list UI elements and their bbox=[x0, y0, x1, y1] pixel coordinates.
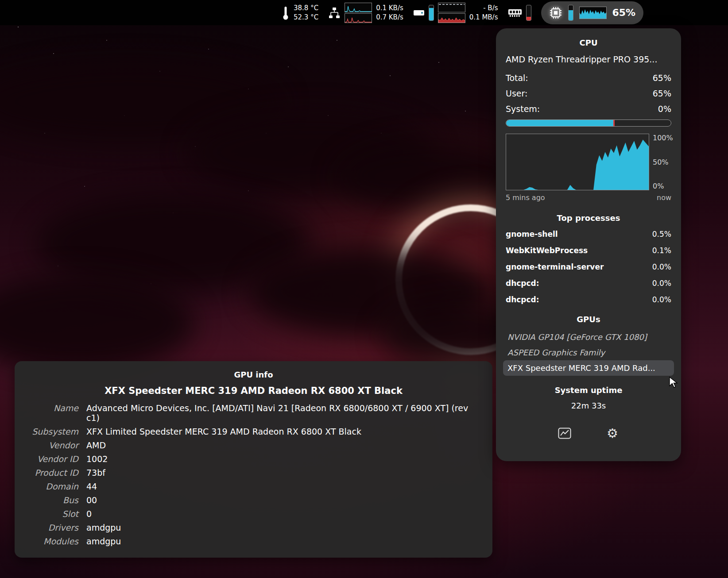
cpu-mini-graph bbox=[579, 7, 607, 19]
cpu-total-row: Total: 65% bbox=[506, 73, 671, 83]
net-down-rate: 0.1 KB/s bbox=[376, 4, 403, 12]
disk-read-graph bbox=[438, 3, 465, 12]
gpu-info-table: Name Advanced Micro Devices, Inc. [AMD/A… bbox=[26, 403, 481, 546]
cpu-model-name: AMD Ryzen Threadripper PRO 395... bbox=[506, 54, 671, 64]
network-icon bbox=[328, 7, 341, 19]
gpu-info-header: GPU info bbox=[26, 370, 481, 379]
process-row: gnome-shell 0.5% bbox=[506, 230, 671, 239]
disk-write-rate: 0.1 MB/s bbox=[469, 13, 498, 22]
disk-read-rate: - B/s bbox=[469, 4, 498, 12]
y-tick-0: 0% bbox=[653, 182, 671, 190]
time-start-label: 5 mins ago bbox=[506, 193, 545, 202]
desktop: 38.8 °C 52.3 °C bbox=[0, 0, 728, 578]
cpu-system-value: 0% bbox=[658, 104, 671, 114]
stars bbox=[18, 27, 19, 27]
cpu-progress-marker bbox=[613, 120, 615, 126]
memory-icon bbox=[508, 8, 522, 18]
panel-actions: ⚙ bbox=[506, 426, 671, 440]
mouse-cursor bbox=[669, 377, 680, 389]
cpu-history-x-axis: 5 mins ago now bbox=[506, 193, 671, 202]
process-name: dhcpcd: bbox=[506, 295, 539, 304]
gpu-list-item-nvidia[interactable]: NVIDIA GP104 [GeForce GTX 1080] bbox=[503, 329, 674, 345]
temp-value-1: 38.8 °C bbox=[294, 4, 318, 12]
temp-value-2: 52.3 °C bbox=[294, 13, 318, 22]
disk-usage-bar bbox=[429, 5, 434, 21]
info-value: 00 bbox=[86, 495, 481, 505]
top-bar: 38.8 °C 52.3 °C bbox=[0, 0, 728, 25]
top-processes-title: Top processes bbox=[506, 213, 671, 223]
uptime-title: System uptime bbox=[506, 385, 671, 395]
process-value: 0.0% bbox=[652, 262, 671, 271]
gpu-list-item-xfx[interactable]: XFX Speedster MERC 319 AMD Rad... bbox=[503, 360, 674, 376]
info-value: XFX Limited Speedster MERC 319 AMD Radeo… bbox=[86, 427, 481, 436]
process-name: dhcpcd: bbox=[506, 279, 539, 288]
process-value: 0.0% bbox=[652, 279, 671, 288]
disk-write-graph bbox=[438, 13, 465, 23]
info-label: Slot bbox=[26, 509, 78, 519]
y-tick-50: 50% bbox=[653, 158, 671, 166]
disk-indicator[interactable]: - B/s 0.1 MB/s bbox=[413, 3, 498, 23]
settings-button[interactable]: ⚙ bbox=[604, 426, 620, 440]
temperature-indicator[interactable]: 38.8 °C 52.3 °C bbox=[282, 4, 318, 22]
info-label: Vendor bbox=[26, 440, 78, 450]
process-row: gnome-terminal-server 0.0% bbox=[506, 262, 671, 271]
info-value: 44 bbox=[86, 482, 481, 491]
info-value: 73bf bbox=[86, 468, 481, 478]
process-name: WebKitWebProcess bbox=[506, 246, 588, 255]
y-tick-100: 100% bbox=[653, 134, 671, 142]
cpu-user-label: User: bbox=[506, 89, 527, 98]
info-value: Advanced Micro Devices, Inc. [AMD/ATI] N… bbox=[86, 403, 481, 423]
monitor-app-button[interactable] bbox=[557, 426, 573, 440]
uptime-value: 22m 33s bbox=[506, 401, 671, 410]
info-label: Subsystem bbox=[26, 427, 78, 436]
process-value: 0.5% bbox=[652, 230, 671, 239]
disk-icon bbox=[413, 7, 425, 19]
network-down-graph bbox=[345, 3, 372, 12]
memory-indicator[interactable] bbox=[508, 5, 531, 21]
gear-icon: ⚙ bbox=[607, 427, 618, 440]
info-label: Drivers bbox=[26, 523, 78, 532]
network-up-graph bbox=[345, 13, 372, 23]
net-up-rate: 0.7 KB/s bbox=[376, 13, 403, 22]
cpu-progress-fill bbox=[506, 120, 613, 126]
info-value: 1002 bbox=[86, 454, 481, 464]
cpu-total-label: Total: bbox=[506, 73, 528, 83]
gpu-info-popup: GPU info XFX Speedster MERC 319 AMD Rade… bbox=[15, 361, 492, 558]
info-value: 0 bbox=[86, 509, 481, 519]
process-name: gnome-terminal-server bbox=[506, 262, 604, 271]
cpu-history-y-axis: 100% 50% 0% bbox=[653, 134, 671, 190]
info-value: AMD bbox=[86, 440, 481, 450]
cpu-history-plot bbox=[506, 134, 649, 190]
info-label: Modules bbox=[26, 536, 78, 546]
info-label: Bus bbox=[26, 495, 78, 505]
process-value: 0.0% bbox=[652, 295, 671, 304]
memory-usage-bar bbox=[526, 5, 531, 21]
gpu-list-item-aspeed[interactable]: ASPEED Graphics Family bbox=[503, 345, 674, 360]
cpu-percent-label: 65% bbox=[612, 7, 636, 18]
system-monitor-panel: CPU AMD Ryzen Threadripper PRO 395... To… bbox=[496, 28, 681, 461]
network-indicator[interactable]: 0.1 KB/s 0.7 KB/s bbox=[328, 3, 403, 23]
system-indicators: 38.8 °C 52.3 °C bbox=[282, 0, 643, 25]
process-value: 0.1% bbox=[652, 246, 671, 255]
info-label: Domain bbox=[26, 482, 78, 491]
gpus-title: GPUs bbox=[506, 315, 671, 324]
process-row: dhcpcd: 0.0% bbox=[506, 295, 671, 304]
gpu-info-title: XFX Speedster MERC 319 AMD Radeon RX 680… bbox=[26, 385, 481, 396]
cpu-user-row: User: 65% bbox=[506, 89, 671, 98]
cpu-chip-icon bbox=[549, 6, 562, 19]
cpu-usage-bar bbox=[568, 5, 573, 21]
time-end-label: now bbox=[657, 193, 671, 202]
process-row: WebKitWebProcess 0.1% bbox=[506, 246, 671, 255]
info-value: amdgpu bbox=[86, 523, 481, 532]
info-label: Product ID bbox=[26, 468, 78, 478]
cpu-history-graph: 100% 50% 0% bbox=[506, 134, 671, 190]
cpu-system-label: System: bbox=[506, 104, 540, 114]
chart-window-icon bbox=[558, 428, 571, 439]
cpu-section-title: CPU bbox=[506, 38, 671, 47]
cloud bbox=[337, 142, 523, 212]
cpu-total-value: 65% bbox=[653, 73, 671, 83]
process-row: dhcpcd: 0.0% bbox=[506, 279, 671, 288]
cpu-indicator[interactable]: 65% bbox=[541, 1, 644, 24]
info-value: amdgpu bbox=[86, 536, 481, 546]
info-label: Vendor ID bbox=[26, 454, 78, 464]
